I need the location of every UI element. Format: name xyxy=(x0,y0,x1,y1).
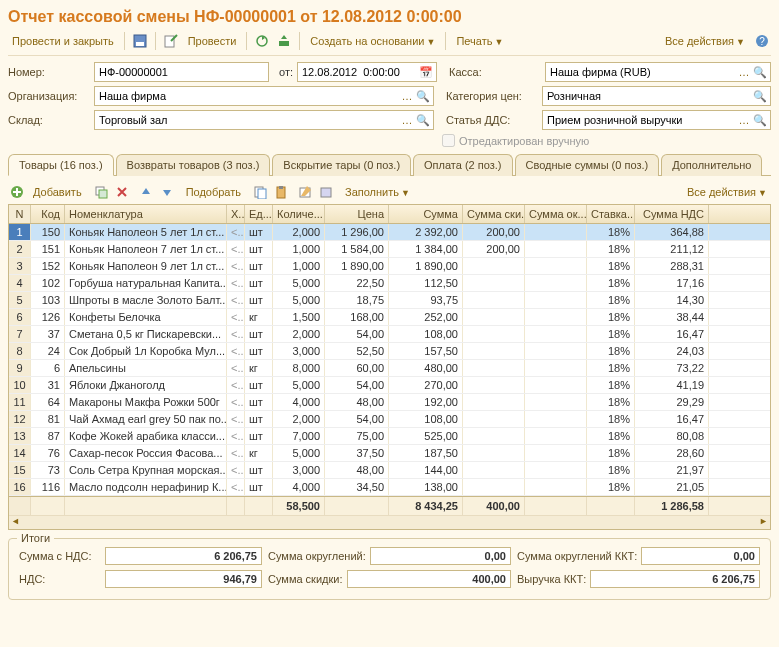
col-kod[interactable]: Код xyxy=(31,205,65,223)
tab-3[interactable]: Оплата (2 поз.) xyxy=(413,154,512,176)
date-input[interactable] xyxy=(302,66,418,78)
tab-0[interactable]: Товары (16 поз.) xyxy=(8,154,114,176)
sum-nds-value: 6 206,75 xyxy=(105,547,262,565)
kassa-input[interactable] xyxy=(550,66,736,78)
select-icon[interactable]: … xyxy=(736,114,752,126)
svg-rect-11 xyxy=(258,189,266,199)
save-icon[interactable] xyxy=(131,32,149,50)
table-row[interactable]: 1476Сахар-песок Россия Фасова...<..кг5,0… xyxy=(9,445,770,462)
table-row[interactable]: 6126Конфеты Белочка<..кг1,500168,00252,0… xyxy=(9,309,770,326)
search-icon[interactable]: 🔍 xyxy=(752,114,768,127)
post-icon[interactable] xyxy=(162,32,180,50)
grid-toolbar: Добавить Подобрать Заполнить▼ Все действ… xyxy=(8,180,771,204)
col-ok[interactable]: Сумма ок... xyxy=(525,205,587,223)
table-row[interactable]: 737Сметана 0,5 кг Пискаревски...<..шт2,0… xyxy=(9,326,770,343)
refresh-icon[interactable] xyxy=(253,32,271,50)
fill-button[interactable]: Заполнить▼ xyxy=(341,184,414,200)
tab-2[interactable]: Вскрытие тары (0 поз.) xyxy=(272,154,411,176)
all-actions-button[interactable]: Все действия▼ xyxy=(661,33,749,49)
number-input[interactable] xyxy=(99,66,266,78)
goods-grid: N Код Номенклатура Х... Ед... Количе... … xyxy=(8,204,771,530)
totals-fieldset: Итоги Сумма с НДС:6 206,75 Сумма округле… xyxy=(8,538,771,600)
table-row[interactable]: 4102Горбуша натуральная Капита...<..шт5,… xyxy=(9,275,770,292)
tab-4[interactable]: Сводные суммы (0 поз.) xyxy=(515,154,660,176)
sklad-input[interactable] xyxy=(99,114,399,126)
table-row[interactable]: 824Сок Добрый 1л Коробка Мул...<..шт3,00… xyxy=(9,343,770,360)
select-icon[interactable]: … xyxy=(736,66,752,78)
dds-input[interactable] xyxy=(547,114,736,126)
table-row[interactable]: 1281Чай Ахмад earl grey 50 пак по...<..ш… xyxy=(9,411,770,428)
cat-label: Категория цен: xyxy=(446,90,538,102)
table-row[interactable]: 1150Коньяк Наполеон 5 лет 1л ст...<..шт2… xyxy=(9,224,770,241)
kassa-label: Касса: xyxy=(449,66,541,78)
kkt-label: Выручка ККТ: xyxy=(517,573,586,585)
manual-checkbox[interactable] xyxy=(442,134,455,147)
select-icon[interactable]: … xyxy=(399,90,415,102)
edit-icon[interactable] xyxy=(296,183,314,201)
grid-footer: 58,500 8 434,25 400,00 1 286,58 xyxy=(9,496,770,515)
select-button[interactable]: Подобрать xyxy=(182,184,245,200)
col-ed[interactable]: Ед... xyxy=(245,205,273,223)
add-icon[interactable] xyxy=(8,183,26,201)
table-row[interactable]: 96Апельсины<..кг8,00060,00480,0018%73,22 xyxy=(9,360,770,377)
table-row[interactable]: 3152Коньяк Наполеон 9 лет 1л ст...<..шт1… xyxy=(9,258,770,275)
add-button[interactable]: Добавить xyxy=(29,184,86,200)
table-row[interactable]: 1164Макароны Макфа Рожки 500г<..шт4,0004… xyxy=(9,394,770,411)
manual-label: Отредактирован вручную xyxy=(459,135,589,147)
table-row[interactable]: 1031Яблоки Джаноголд<..шт5,00054,00270,0… xyxy=(9,377,770,394)
svg-rect-2 xyxy=(165,36,174,47)
svg-rect-15 xyxy=(321,188,331,197)
copy-row-icon[interactable] xyxy=(92,183,110,201)
svg-rect-1 xyxy=(136,42,144,46)
col-nds[interactable]: Сумма НДС xyxy=(635,205,709,223)
col-sum[interactable]: Сумма xyxy=(389,205,463,223)
tabs: Товары (16 поз.)Возвраты товаров (3 поз.… xyxy=(8,153,771,176)
grid-all-actions-button[interactable]: Все действия▼ xyxy=(683,184,771,200)
horizontal-scrollbar[interactable] xyxy=(9,515,770,529)
copy-icon[interactable] xyxy=(251,183,269,201)
calendar-icon[interactable]: 📅 xyxy=(418,66,434,79)
org-label: Организация: xyxy=(8,90,90,102)
table-row[interactable]: 1387Кофе Жокей арабика класси...<..шт7,0… xyxy=(9,428,770,445)
foot-nds: 1 286,58 xyxy=(635,497,709,515)
post-button[interactable]: Провести xyxy=(184,33,241,49)
disc-label: Сумма скидки: xyxy=(268,573,343,585)
help-icon[interactable]: ? xyxy=(753,32,771,50)
tab-5[interactable]: Дополнительно xyxy=(661,154,762,176)
col-h[interactable]: Х... xyxy=(227,205,245,223)
table-row[interactable]: 2151Коньяк Наполеон 7 лет 1л ст...<..шт1… xyxy=(9,241,770,258)
from-label: от: xyxy=(279,66,293,78)
paste-icon[interactable] xyxy=(272,183,290,201)
print-button[interactable]: Печать▼ xyxy=(452,33,507,49)
move-up-icon[interactable] xyxy=(137,183,155,201)
cat-input[interactable] xyxy=(547,90,752,102)
table-row[interactable]: 5103Шпроты в масле Золото Балт...<..шт5,… xyxy=(9,292,770,309)
sklad-label: Склад: xyxy=(8,114,90,126)
col-disc[interactable]: Сумма ски... xyxy=(463,205,525,223)
create-based-button[interactable]: Создать на основании▼ xyxy=(306,33,439,49)
search-icon[interactable]: 🔍 xyxy=(752,66,768,79)
svg-rect-13 xyxy=(279,186,283,189)
submit-close-button[interactable]: Провести и закрыть xyxy=(8,33,118,49)
search-icon[interactable]: 🔍 xyxy=(415,114,431,127)
col-rate[interactable]: Ставка... xyxy=(587,205,635,223)
disc-value: 400,00 xyxy=(347,570,511,588)
select-icon[interactable]: … xyxy=(399,114,415,126)
move-down-icon[interactable] xyxy=(158,183,176,201)
col-n[interactable]: N xyxy=(9,205,31,223)
col-nom[interactable]: Номенклатура xyxy=(65,205,227,223)
delete-row-icon[interactable] xyxy=(113,183,131,201)
svg-rect-9 xyxy=(99,190,107,198)
search-icon[interactable]: 🔍 xyxy=(415,90,431,103)
org-input[interactable] xyxy=(99,90,399,102)
main-toolbar: Провести и закрыть Провести Создать на о… xyxy=(8,32,771,56)
search-icon[interactable]: 🔍 xyxy=(752,90,768,103)
export-icon[interactable] xyxy=(275,32,293,50)
col-qty[interactable]: Количе... xyxy=(273,205,325,223)
table-row[interactable]: 16116Масло подсолн нерафинир К...<..шт4,… xyxy=(9,479,770,496)
tab-1[interactable]: Возвраты товаров (3 поз.) xyxy=(116,154,271,176)
settings-icon[interactable] xyxy=(317,183,335,201)
table-row[interactable]: 1573Соль Сетра Крупная морская...<..шт3,… xyxy=(9,462,770,479)
totals-legend: Итоги xyxy=(17,532,54,544)
col-price[interactable]: Цена xyxy=(325,205,389,223)
